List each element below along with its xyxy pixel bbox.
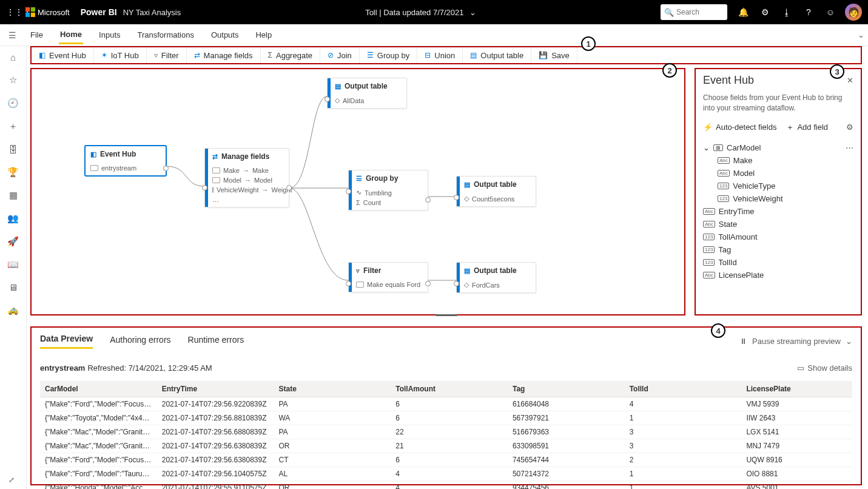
table-icon: ▦ (713, 144, 723, 151)
union-button[interactable]: ⊟Union (417, 47, 463, 63)
table-row[interactable]: {"Make":"Mac","Model":"Granite","Vehicle… (40, 439, 852, 453)
add-field-button[interactable]: ＋Add field (786, 122, 828, 133)
tree-licenseplate[interactable]: AbcLicensePlate (703, 269, 853, 282)
taxi-icon[interactable]: 🚕 (7, 305, 19, 315)
tree-tollid[interactable]: 123TollId (703, 256, 853, 269)
chevron-down-icon[interactable]: ⌄ (846, 337, 852, 346)
user-avatar[interactable]: 🧑 (845, 4, 862, 21)
help-icon[interactable]: ? (798, 7, 819, 17)
col-tollamount[interactable]: TollAmount (391, 381, 508, 397)
input-port[interactable] (325, 96, 330, 102)
workspaces-icon[interactable]: 📖 (7, 259, 19, 270)
shared-icon[interactable]: 👥 (7, 213, 19, 224)
monitor-icon[interactable]: 🖥 (8, 282, 18, 292)
node-filter[interactable]: ▿Filter Make equals Ford (348, 262, 428, 292)
auto-detect-button[interactable]: ⚡Auto-detect fields (703, 123, 776, 132)
filter-button[interactable]: ▿Filter (147, 47, 187, 63)
favorites-icon[interactable]: ☆ (9, 75, 17, 86)
iot-hub-button[interactable]: ✶IoT Hub (94, 47, 147, 63)
settings-icon[interactable]: ⚙ (754, 7, 776, 17)
expand-icon[interactable]: ⤢ (8, 476, 15, 484)
group-by-button[interactable]: ☰Group by (360, 47, 417, 63)
recent-icon[interactable]: 🕘 (7, 98, 19, 109)
learn-icon[interactable]: 🚀 (7, 236, 19, 247)
center-status[interactable]: Toll | Data updated 7/7/2021 ⌄ (181, 8, 661, 17)
tab-data-preview[interactable]: Data Preview (40, 334, 93, 349)
status-text: Toll | Data updated 7/7/2021 (365, 8, 463, 17)
tree-vehicleweight[interactable]: 123VehicleWeight (718, 192, 853, 205)
pause-label[interactable]: Pause streaming preview (752, 337, 841, 346)
node-group-by[interactable]: ☰Group by ∿Tumbling ΣCount (348, 170, 428, 211)
tree-tollamount[interactable]: 123TollAmount (703, 231, 853, 243)
table-row[interactable]: {"Make":"Ford","Model":"Focus","VehicleT… (40, 453, 852, 467)
input-port[interactable] (454, 195, 459, 200)
menu-outputs[interactable]: Outputs (210, 27, 240, 43)
output-table-button[interactable]: ▤Output table (463, 47, 531, 63)
input-port[interactable] (346, 281, 351, 286)
input-port[interactable] (454, 281, 459, 286)
search-box[interactable]: 🔍 (661, 4, 727, 20)
col-licenseplate[interactable]: LicensePlate (741, 381, 852, 397)
menu-file[interactable]: File (29, 27, 44, 43)
join-button[interactable]: ⊘Join (320, 47, 360, 63)
app-launcher-icon[interactable]: ⋮⋮⋮ (6, 7, 23, 17)
chevron-down-icon[interactable]: ⌄ (858, 30, 864, 39)
col-carmodel[interactable]: CarModel (40, 381, 157, 397)
menu-transformations[interactable]: Transformations (136, 27, 195, 43)
node-output-count5[interactable]: ▤Output table ◇Count5secons (456, 176, 536, 207)
menu-help[interactable]: Help (254, 27, 273, 43)
tab-authoring-errors[interactable]: Authoring errors (110, 335, 170, 348)
output-port[interactable] (425, 281, 431, 286)
col-tollid[interactable]: TollId (625, 381, 742, 397)
feedback-icon[interactable]: ☺ (819, 7, 841, 17)
gear-icon[interactable]: ⚙ (846, 123, 853, 132)
event-hub-button[interactable]: ◧Event Hub (32, 47, 94, 63)
home-icon[interactable]: ⌂ (10, 52, 16, 62)
pause-icon[interactable]: ⏸ (739, 337, 747, 346)
tree-model[interactable]: AbcModel (718, 167, 853, 180)
notifications-icon[interactable]: 🔔 (732, 7, 754, 17)
col-tag[interactable]: Tag (508, 381, 625, 397)
manage-fields-button[interactable]: ⇄Manage fields (187, 47, 261, 63)
input-port[interactable] (346, 189, 351, 194)
tree-state[interactable]: AbcState (703, 218, 853, 231)
create-icon[interactable]: ＋ (8, 121, 18, 132)
apps-icon[interactable]: ▦ (9, 190, 18, 201)
splitter-handle[interactable] (436, 314, 457, 316)
search-input[interactable] (676, 8, 719, 16)
goals-icon[interactable]: 🏆 (7, 167, 19, 178)
download-icon[interactable]: ⭳ (776, 7, 798, 17)
hamburger-icon[interactable]: ☰ (8, 30, 16, 40)
output-port[interactable] (425, 197, 431, 203)
tree-entrytime[interactable]: AbcEntryTime (703, 205, 853, 218)
aggregate-button[interactable]: ΣAggregate (261, 47, 320, 63)
close-icon[interactable]: ✕ (847, 76, 853, 85)
output-port[interactable] (286, 185, 292, 191)
node-manage-fields[interactable]: ⇄Manage fields Make→Make Model→Model Veh… (204, 148, 289, 207)
workspace-label[interactable]: NY Taxi Analysis (123, 8, 181, 17)
table-row[interactable]: {"Make":"Ford","Model":"Taurus","Vehicle… (40, 467, 852, 481)
tree-make[interactable]: AbcMake (718, 154, 853, 167)
input-port[interactable] (202, 185, 207, 191)
datasets-icon[interactable]: 🗄 (8, 144, 18, 155)
save-button[interactable]: 💾Save (531, 47, 577, 63)
table-row[interactable]: {"Make":"Mac","Model":"Granite","Vehicle… (40, 425, 852, 439)
tree-tag[interactable]: 123Tag (703, 243, 853, 256)
more-icon[interactable]: ⋯ (846, 143, 853, 152)
table-row[interactable]: {"Make":"Toyota","Model":"4x4","VehicleT… (40, 411, 852, 425)
show-details-button[interactable]: ▭Show details (797, 363, 852, 373)
diagram-canvas[interactable]: ◧Event Hub entrystream ⇄Manage fields Ma… (30, 68, 685, 315)
node-output-alldata[interactable]: ▤Output table ◇AllData (327, 78, 407, 109)
table-row[interactable]: {"Make":"Honda","Model":"Accord","Vehic2… (40, 481, 852, 490)
tree-carmodel[interactable]: ⌄▦CarModel⋯ (703, 141, 853, 154)
table-row[interactable]: {"Make":"Ford","Model":"Focus","VehicleT… (40, 397, 852, 411)
node-output-fordcars[interactable]: ▤Output table ◇FordCars (456, 262, 536, 293)
output-port[interactable] (163, 166, 169, 171)
menu-home[interactable]: Home (59, 26, 83, 44)
tree-vehicletype[interactable]: 123VehicleType (718, 180, 853, 192)
col-state[interactable]: State (274, 381, 391, 397)
tab-runtime-errors[interactable]: Runtime errors (188, 335, 244, 348)
col-entrytime[interactable]: EntryTime (157, 381, 274, 397)
node-event-hub[interactable]: ◧Event Hub entrystream (85, 146, 166, 176)
menu-inputs[interactable]: Inputs (98, 27, 121, 43)
